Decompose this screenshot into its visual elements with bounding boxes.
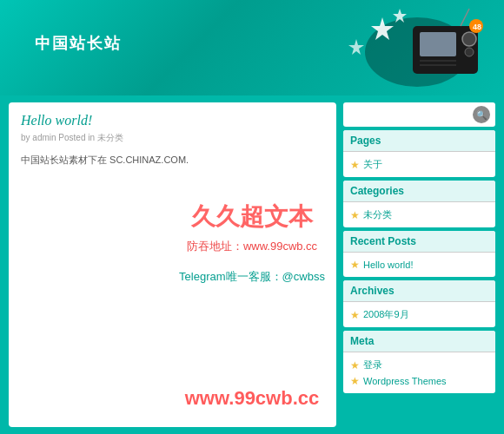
search-button[interactable] [473,106,490,123]
star-icon: ★ [350,359,360,372]
widget-categories-title: Categories [343,181,495,202]
search-bar [343,102,495,127]
svg-rect-5 [420,32,456,56]
list-item: ★ Wordpress Themes [350,373,488,389]
archive-link[interactable]: 2008年9月 [363,308,409,321]
list-item: ★ 2008年9月 [350,306,488,323]
header-decoration: 48 [330,4,487,91]
sidebar: Pages ★ 关于 Categories ★ 未分类 Recent Posts [343,102,495,427]
widget-categories-body: ★ 未分类 [343,202,495,227]
widget-meta: Meta ★ 登录 ★ Wordpress Themes [343,331,495,393]
site-title: 中国站长站 [35,33,122,54]
header: 中国站长站 48 [0,0,504,95]
post-title: Hello world! [21,113,324,128]
star-icon: ★ [350,159,360,171]
svg-point-7 [465,48,474,56]
post-link[interactable]: Hello world! [363,260,413,270]
list-item: ★ Hello world! [350,257,488,273]
star-icon: ★ [350,375,360,387]
widget-recent-posts-title: Recent Posts [343,231,495,253]
svg-point-6 [462,32,476,46]
widget-categories: Categories ★ 未分类 [343,181,495,227]
list-item: ★ 登录 [350,357,488,373]
widget-pages: Pages ★ 关于 [343,130,495,177]
content-area: Hello world! by admin Posted in 未分类 中国站长… [9,102,336,427]
widget-recent-posts: Recent Posts ★ Hello world! [343,231,495,277]
star-icon: ★ [350,309,360,321]
page-link[interactable]: 关于 [363,158,382,171]
post-content: 中国站长站素材下在 SC.CHINAZ.COM. [21,153,324,168]
widget-archives: Archives ★ 2008年9月 [343,280,495,327]
svg-line-10 [461,9,469,26]
widget-archives-body: ★ 2008年9月 [343,302,495,327]
meta-link-login[interactable]: 登录 [363,358,382,372]
post-meta: by admin Posted in 未分类 [21,132,324,144]
widget-meta-body: ★ 登录 ★ Wordpress Themes [343,352,495,393]
svg-marker-2 [348,39,364,55]
main-wrapper: Hello world! by admin Posted in 未分类 中国站长… [0,95,504,434]
star-icon: ★ [350,209,360,221]
widget-recent-posts-body: ★ Hello world! [343,253,495,277]
widget-meta-title: Meta [343,331,495,352]
list-item: ★ 关于 [350,156,488,173]
widget-archives-title: Archives [343,280,495,302]
meta-link-themes[interactable]: Wordpress Themes [363,376,447,386]
widget-pages-body: ★ 关于 [343,152,495,177]
category-link[interactable]: 未分类 [363,208,392,221]
widget-pages-title: Pages [343,130,495,152]
star-icon: ★ [350,259,360,271]
svg-text:48: 48 [473,23,481,31]
list-item: ★ 未分类 [350,207,488,223]
